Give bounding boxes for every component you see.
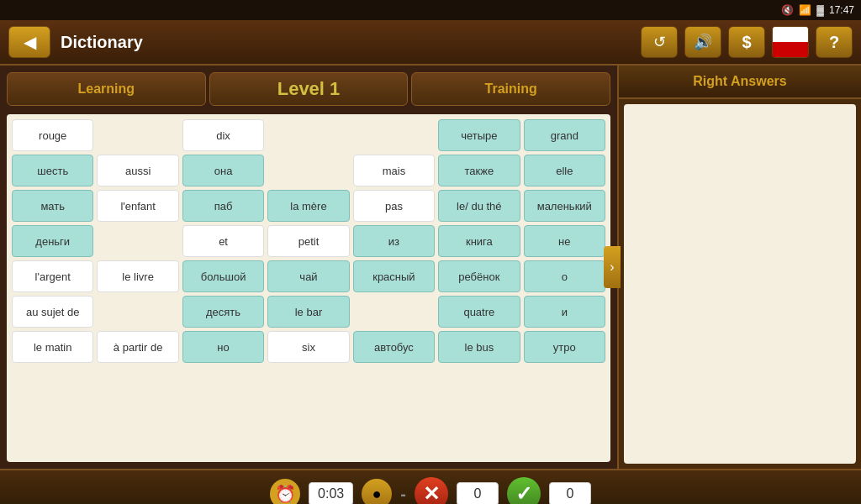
word-cell[interactable]: quatre (438, 296, 520, 328)
wrong-button[interactable]: ✕ (415, 477, 448, 504)
word-cell[interactable]: au sujet de (12, 296, 93, 328)
word-grid: rougedixчетыреgrandшестьaussiонаmaisтакж… (7, 114, 610, 462)
help-button[interactable]: ? (816, 26, 853, 58)
word-cell[interactable]: и (524, 296, 605, 328)
word-cell[interactable]: утро (524, 331, 605, 363)
word-cell[interactable]: паб (182, 190, 264, 222)
battery-icon: ▓ (816, 4, 824, 16)
word-cell[interactable]: petit (267, 225, 349, 257)
word-cell[interactable]: мать (12, 190, 93, 222)
tab-level[interactable]: Level 1 (209, 72, 409, 106)
word-cell[interactable]: la mère (267, 190, 349, 222)
status-bar: 🔇 📶 ▓ 17:47 (0, 0, 861, 20)
word-cell[interactable]: aussi (97, 155, 178, 186)
word-cell[interactable]: le livre (97, 260, 178, 292)
collapse-button[interactable]: › (604, 246, 621, 288)
word-cell[interactable]: le matin (12, 331, 93, 363)
toolbar-title: Dictionary (57, 33, 634, 52)
word-cell[interactable]: à partir de (97, 331, 178, 363)
word-cell[interactable]: six (267, 331, 349, 363)
word-cell[interactable]: из (353, 225, 435, 257)
status-time: 17:47 (829, 4, 854, 16)
word-cell (267, 119, 349, 151)
timer-display: 0:03 (309, 482, 353, 504)
wifi-icon: 📶 (799, 4, 811, 16)
correct-button[interactable]: ✓ (507, 477, 541, 504)
correct-score: 0 (549, 482, 591, 504)
word-cell[interactable]: le bus (438, 331, 520, 363)
word-cell[interactable]: не (524, 225, 605, 257)
word-cell[interactable]: автобус (353, 331, 435, 363)
word-cell[interactable]: красный (353, 260, 435, 292)
word-cell[interactable]: le/ du thé (438, 190, 520, 222)
timer-icon: ⏰ (270, 479, 300, 504)
word-cell[interactable]: деньги (12, 225, 93, 257)
word-cell[interactable]: книга (438, 225, 520, 257)
right-answers-header: Right Answers (619, 66, 861, 99)
word-cell (97, 119, 178, 151)
refresh-button[interactable]: ↺ (641, 26, 678, 58)
word-cell[interactable]: она (182, 155, 264, 186)
circle-icon: ● (362, 479, 392, 504)
main-content: Learning Level 1 Training rougedixчетыре… (0, 66, 861, 469)
wrong-score: 0 (457, 482, 499, 504)
word-cell[interactable]: grand (524, 119, 605, 151)
word-cell[interactable]: но (182, 331, 264, 363)
word-cell (353, 296, 435, 328)
dollar-button[interactable]: $ (728, 26, 765, 58)
word-cell[interactable]: чай (267, 260, 349, 292)
tabs: Learning Level 1 Training (7, 72, 610, 106)
word-cell[interactable]: le bar (267, 296, 349, 328)
word-cell (97, 296, 178, 328)
word-cell[interactable]: десять (182, 296, 264, 328)
word-cell[interactable]: четыре (438, 119, 520, 151)
word-cell[interactable]: pas (353, 190, 435, 222)
toolbar-right: ↺ 🔊 $ ? (641, 26, 853, 58)
word-cell (353, 119, 435, 151)
word-cell[interactable]: маленький (524, 190, 605, 222)
word-cell[interactable]: rouge (12, 119, 93, 151)
right-panel: Right Answers › (617, 66, 861, 469)
word-cell[interactable]: dix (182, 119, 264, 151)
word-cell[interactable]: большой (182, 260, 264, 292)
left-panel: Learning Level 1 Training rougedixчетыре… (0, 66, 617, 469)
word-cell[interactable]: et (182, 225, 264, 257)
word-cell (267, 155, 349, 186)
bottom-bar: ⏰ 0:03 ● - ✕ 0 ✓ 0 (0, 469, 861, 504)
right-answers-title: Right Answers (693, 74, 786, 88)
sound-button[interactable]: 🔊 (684, 26, 721, 58)
word-cell[interactable]: о (524, 260, 605, 292)
toolbar: Dictionary ↺ 🔊 $ ? (0, 20, 861, 66)
word-cell[interactable]: ребёнок (438, 260, 520, 292)
back-button[interactable] (8, 26, 50, 58)
word-cell[interactable]: l'argent (12, 260, 93, 292)
word-cell[interactable]: mais (353, 155, 435, 186)
tab-learning[interactable]: Learning (7, 72, 206, 106)
mute-icon: 🔇 (781, 4, 794, 16)
word-cell[interactable]: шесть (12, 155, 93, 186)
word-cell[interactable]: l'enfant (97, 190, 178, 222)
word-cell[interactable]: также (438, 155, 520, 186)
right-answers-content (624, 104, 856, 464)
word-cell (97, 225, 178, 257)
separator: - (400, 485, 406, 504)
tab-training[interactable]: Training (411, 72, 610, 106)
word-cell[interactable]: elle (524, 155, 605, 186)
language-flag-button[interactable] (772, 26, 809, 58)
